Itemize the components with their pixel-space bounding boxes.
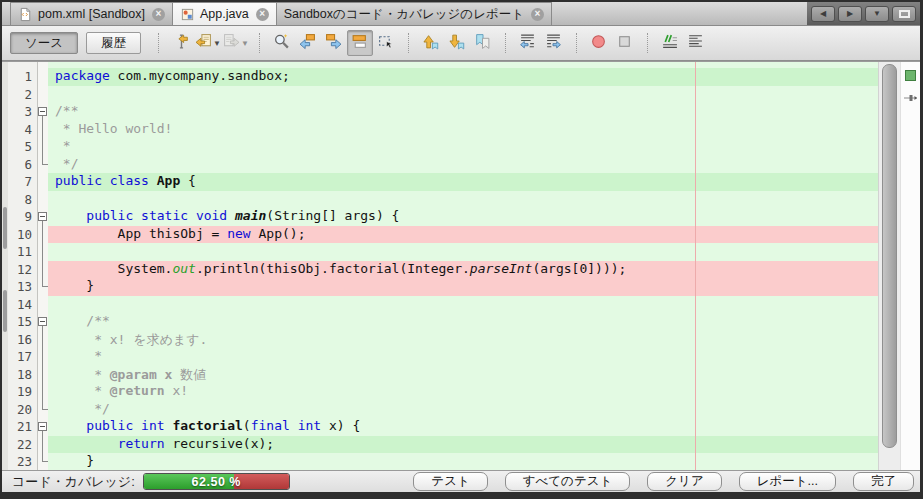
code-line[interactable]: /**	[48, 313, 878, 331]
uncomment-lines-button[interactable]	[683, 30, 709, 56]
history-view-button[interactable]: 履歴	[86, 32, 141, 54]
toggle-bookmark-icon	[474, 33, 491, 53]
next-bookmark-button[interactable]	[444, 30, 470, 56]
stop-macro-button[interactable]	[612, 30, 638, 56]
last-edit-location-icon	[173, 33, 190, 53]
coverage-actions: テストすべてのテストクリアレポート...完了	[413, 472, 914, 491]
ide-window: pom.xml [Sandbox]×App.java×Sandboxのコード・カ…	[0, 0, 923, 499]
rectangular-selection-button[interactable]	[373, 30, 399, 56]
code-fold-column[interactable]	[38, 62, 48, 470]
forward-button[interactable]: ▼	[222, 30, 250, 56]
code-line[interactable]: * @return x!	[48, 383, 878, 401]
code-line[interactable]: * @param x 数値	[48, 366, 878, 384]
all-tests-button[interactable]: すべてのテスト	[505, 472, 631, 491]
code-editor[interactable]: 123456789101112131415161718192021222324 …	[2, 61, 920, 470]
line-number: 13	[8, 278, 37, 296]
code-token: public int	[86, 418, 172, 433]
record-macro-button[interactable]	[586, 30, 612, 56]
code-token: *	[55, 348, 102, 363]
done-button[interactable]: 完了	[853, 472, 914, 491]
code-token: out	[172, 261, 195, 276]
code-line[interactable]: public class App {	[48, 173, 878, 191]
last-edit-location-button[interactable]	[168, 30, 194, 56]
coverage-progress-bar: 62.50 %	[143, 473, 290, 490]
dropdown-caret-icon[interactable]: ▼	[241, 39, 249, 48]
document-tab[interactable]: pom.xml [Sandbox]×	[10, 2, 173, 25]
code-line[interactable]: * x! を求めます.	[48, 331, 878, 349]
tab-bar: pom.xml [Sandbox]×App.java×Sandboxのコード・カ…	[2, 2, 920, 26]
splitter-handle[interactable]	[3, 207, 7, 249]
code-token: recursive(x);	[165, 436, 275, 451]
fold-guide-line	[42, 431, 43, 462]
code-token: (String[] args) {	[266, 208, 399, 223]
clear-button[interactable]: クリア	[647, 472, 721, 491]
code-line[interactable]: */	[48, 156, 878, 174]
back-button[interactable]: ▼	[194, 30, 222, 56]
shift-line-left-icon	[519, 33, 536, 53]
tab-close-icon[interactable]: ×	[152, 8, 165, 21]
no-errors-badge-icon[interactable]	[905, 70, 916, 81]
code-line[interactable]: }	[48, 453, 878, 470]
scroll-tabs-right-button[interactable]: ▶	[838, 6, 862, 22]
code-token: }	[55, 278, 94, 293]
maximize-window-button[interactable]	[892, 6, 916, 22]
source-view-button[interactable]: ソース	[10, 32, 78, 54]
fold-collapse-icon[interactable]	[38, 422, 47, 431]
code-line[interactable]: package com.mycompany.sandbox;	[48, 68, 878, 86]
dropdown-caret-icon[interactable]: ▼	[213, 39, 221, 48]
code-line[interactable]	[48, 191, 878, 209]
splitter-handle[interactable]	[3, 290, 7, 332]
shift-line-right-button[interactable]	[541, 30, 567, 56]
code-token	[55, 418, 86, 433]
tab-close-icon[interactable]: ×	[256, 8, 269, 21]
next-occurrence-button[interactable]	[321, 30, 347, 56]
report-button[interactable]: レポート...	[739, 472, 836, 491]
code-line[interactable]: App thisObj = new App();	[48, 226, 878, 244]
left-rail	[2, 62, 8, 470]
line-number: 17	[8, 348, 37, 366]
vertical-scrollbar[interactable]	[878, 62, 900, 470]
code-token	[55, 208, 86, 223]
code-line[interactable]: *	[48, 348, 878, 366]
code-line[interactable]	[48, 243, 878, 261]
code-line[interactable]	[48, 296, 878, 314]
toolbar-separator	[505, 33, 506, 53]
code-line[interactable]: *	[48, 138, 878, 156]
code-token: @param x	[110, 367, 173, 382]
code-line[interactable]: public static void main(String[] args) {	[48, 208, 878, 226]
previous-occurrence-button[interactable]	[295, 30, 321, 56]
test-button[interactable]: テスト	[413, 472, 487, 491]
shift-line-left-button[interactable]	[515, 30, 541, 56]
code-line[interactable]	[48, 86, 878, 104]
code-token: {	[180, 173, 196, 188]
previous-bookmark-button[interactable]	[418, 30, 444, 56]
find-selection-button[interactable]	[269, 30, 295, 56]
code-token: parseInt	[470, 261, 533, 276]
document-tab[interactable]: App.java×	[173, 2, 277, 25]
tab-list-button[interactable]: ▼	[865, 6, 889, 22]
code-line[interactable]: */	[48, 401, 878, 419]
fold-collapse-icon[interactable]	[38, 317, 47, 326]
code-line[interactable]: System.out.println(thisObj.factorial(Int…	[48, 261, 878, 279]
code-line[interactable]: }	[48, 278, 878, 296]
document-tab[interactable]: Sandboxのコード・カバレッジのレポート×	[277, 2, 552, 25]
code-token: App thisObj =	[55, 226, 227, 241]
line-number: 22	[8, 436, 37, 454]
toggle-highlight-occurrences-button[interactable]	[347, 30, 373, 56]
comment-lines-button[interactable]	[657, 30, 683, 56]
code-line[interactable]: * Hello world!	[48, 121, 878, 139]
scrollbar-thumb[interactable]	[882, 64, 897, 448]
code-text-area[interactable]: package com.mycompany.sandbox;/** * Hell…	[48, 62, 878, 470]
code-token: x) {	[321, 418, 360, 433]
tab-close-icon[interactable]: ×	[531, 8, 544, 21]
forward-icon	[223, 33, 240, 53]
annotations-slider-icon[interactable]	[904, 89, 918, 107]
scroll-tabs-left-button[interactable]: ◀	[811, 6, 835, 22]
code-line[interactable]: return recursive(x);	[48, 436, 878, 454]
line-number: 6	[8, 156, 37, 174]
fold-collapse-icon[interactable]	[38, 212, 47, 221]
code-line[interactable]: public int factorial(final int x) {	[48, 418, 878, 436]
code-line[interactable]: /**	[48, 103, 878, 121]
fold-collapse-icon[interactable]	[38, 107, 47, 116]
toggle-bookmark-button[interactable]	[470, 30, 496, 56]
